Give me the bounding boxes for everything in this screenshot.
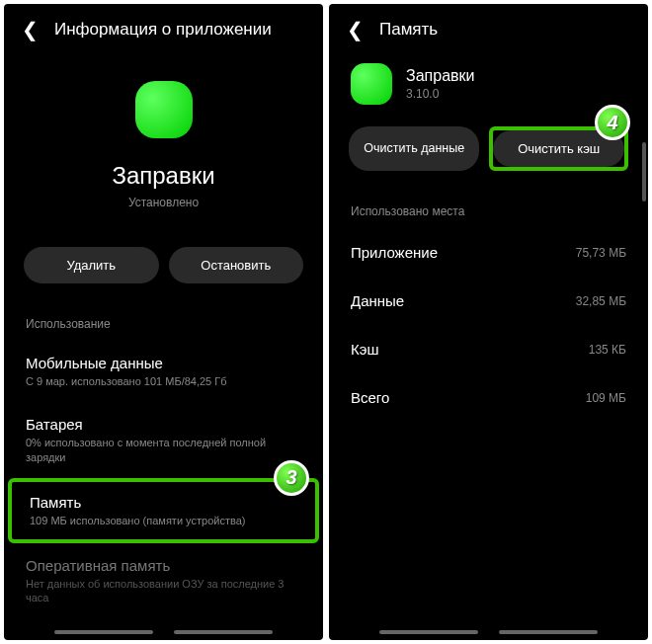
battery-row[interactable]: Батарея 0% использовано с момента послед… (4, 402, 323, 478)
app-name: Заправки (406, 67, 474, 85)
nav-pill[interactable] (174, 630, 273, 634)
force-stop-button[interactable]: Остановить (169, 247, 304, 283)
step-badge-4: 4 (595, 105, 630, 140)
app-hero: Заправки Установлено (4, 51, 323, 229)
usage-total-label: Всего (351, 389, 389, 406)
app-status: Установлено (128, 196, 199, 209)
battery-title: Батарея (26, 416, 301, 433)
usage-cache-row: Кэш 135 КБ (337, 325, 640, 373)
app-row: Заправки 3.10.0 (329, 51, 648, 111)
memory-sub: 109 МБ использовано (памяти устройства) (30, 514, 297, 527)
clear-data-button[interactable]: Очистить данные (349, 126, 479, 171)
app-icon (135, 81, 193, 138)
page-title: Память (379, 20, 438, 40)
nav-bar (4, 630, 323, 634)
step-badge-3: 3 (274, 460, 309, 496)
memory-row-highlight: 3 Память 109 МБ использовано (памяти уст… (8, 478, 319, 543)
nav-pill[interactable] (379, 630, 478, 634)
usage-list: Приложение 75,73 МБ Данные 32,85 МБ Кэш … (329, 228, 648, 422)
app-version: 3.10.0 (406, 87, 474, 101)
nav-bar (329, 630, 648, 634)
memory-title: Память (30, 494, 297, 511)
app-name: Заправки (112, 162, 214, 190)
mobile-data-title: Мобильные данные (26, 355, 301, 371)
usage-data-label: Данные (351, 292, 404, 309)
mobile-data-sub: С 9 мар. использовано 101 МБ/84,25 Гб (26, 374, 301, 388)
page-title: Информация о приложении (54, 20, 272, 40)
scrollbar[interactable] (642, 142, 646, 201)
section-usage-label: Использование (4, 301, 323, 341)
clear-buttons: Очистить данные 4 Очистить кэш (329, 111, 648, 189)
app-icon (351, 63, 392, 105)
usage-cache-label: Кэш (351, 341, 378, 358)
ram-row[interactable]: Оперативная память Нет данных об использ… (4, 543, 323, 619)
usage-total-value: 109 МБ (586, 391, 626, 405)
action-buttons: Удалить Остановить (4, 229, 323, 301)
header: ❮ Информация о приложении (4, 4, 323, 51)
usage-data-row: Данные 32,85 МБ (337, 277, 640, 325)
usage-data-value: 32,85 МБ (576, 294, 626, 308)
battery-sub: 0% использовано с момента последней полн… (26, 436, 301, 464)
nav-pill[interactable] (499, 630, 598, 634)
screen-app-info: ❮ Информация о приложении Заправки Устан… (4, 4, 323, 640)
usage-app-row: Приложение 75,73 МБ (337, 228, 640, 277)
nav-pill[interactable] (54, 630, 153, 634)
usage-total-row: Всего 109 МБ (337, 373, 640, 422)
back-icon[interactable]: ❮ (347, 18, 364, 41)
usage-cache-value: 135 КБ (589, 343, 626, 357)
ram-sub: Нет данных об использовании ОЗУ за после… (26, 577, 301, 605)
screen-storage: ❮ Память Заправки 3.10.0 Очистить данные… (329, 4, 648, 640)
usage-app-value: 75,73 МБ (576, 246, 626, 260)
memory-row[interactable]: Память 109 МБ использовано (памяти устро… (12, 482, 315, 539)
section-used-label: Использовано места (329, 189, 648, 228)
header: ❮ Память (329, 4, 648, 51)
back-icon[interactable]: ❮ (22, 18, 39, 41)
ram-title: Оперативная память (26, 557, 301, 574)
clear-cache-highlight: 4 Очистить кэш (489, 126, 628, 171)
usage-app-label: Приложение (351, 244, 438, 261)
uninstall-button[interactable]: Удалить (24, 247, 159, 283)
mobile-data-row[interactable]: Мобильные данные С 9 мар. использовано 1… (4, 341, 323, 402)
